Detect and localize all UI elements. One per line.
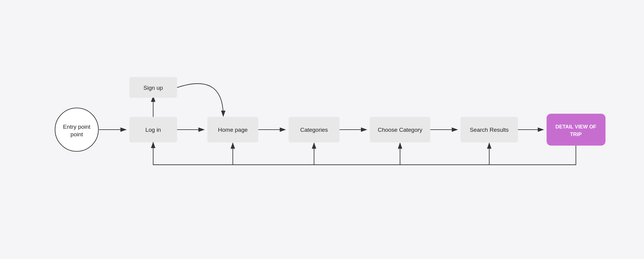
- flow-diagram: Entry point point Log in Sign up Home pa…: [35, 39, 609, 220]
- arrow-detail-back-login: [153, 142, 576, 165]
- choose-category-label: Choose Category: [378, 127, 422, 133]
- search-results-label: Search Results: [470, 127, 509, 133]
- diagram-container: Entry point point Log in Sign up Home pa…: [0, 0, 644, 259]
- detail-view-label1: DETAIL VIEW OF: [556, 124, 596, 130]
- entry-point-label2: point: [71, 131, 83, 137]
- login-label: Log in: [145, 127, 161, 133]
- categories-label: Categories: [300, 127, 328, 133]
- homepage-label: Home page: [218, 127, 247, 133]
- signup-label: Sign up: [143, 84, 163, 91]
- entry-point-label: Entry point: [63, 123, 91, 130]
- arrow-signup-homepage: [177, 83, 223, 116]
- detail-view-label2: TRIP: [570, 131, 582, 137]
